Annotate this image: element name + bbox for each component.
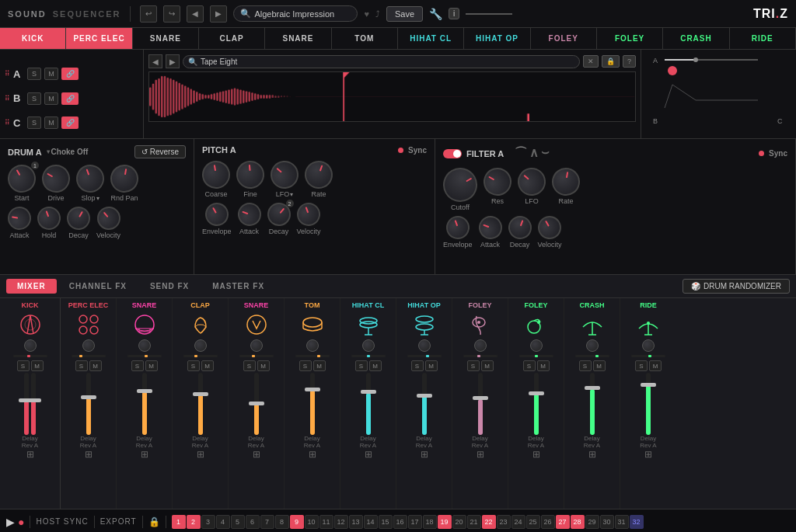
kick-fader-left[interactable] [24,373,29,435]
foley2-mute[interactable]: M [537,360,550,371]
kick-fader-right[interactable] [31,373,36,435]
step-20[interactable]: 20 [452,515,466,529]
start-knob[interactable]: 1 [8,165,36,193]
perc-pan-knob[interactable] [82,339,95,352]
cutoff-knob[interactable] [437,162,484,208]
hihat-op-piano[interactable]: ⊞ [421,449,428,460]
slop-knob[interactable] [72,161,108,196]
crash-fader[interactable] [590,373,595,435]
tom-fader[interactable] [310,373,315,435]
foley1-pan-knob[interactable] [474,339,487,352]
step-29[interactable]: 29 [585,515,599,529]
step-11[interactable]: 11 [319,515,333,529]
step-28[interactable]: 28 [571,515,585,529]
step-14[interactable]: 14 [364,515,378,529]
sample-clear[interactable]: ✕ [583,55,599,68]
clap-fader[interactable] [198,373,203,435]
step-6[interactable]: 6 [246,515,260,529]
tom-solo[interactable]: S [299,360,312,371]
step-19[interactable]: 19 [438,515,452,529]
waveform-display[interactable] [148,71,636,122]
pitch-velocity-knob[interactable] [294,200,323,229]
rnd-pan-knob[interactable] [108,162,141,195]
filter-env-knob[interactable] [443,213,473,242]
drive-knob[interactable] [37,159,75,197]
fine-knob[interactable] [235,159,265,190]
step-27[interactable]: 27 [556,515,570,529]
hihat-cl-mute[interactable]: M [369,360,382,371]
kick-pan-knob[interactable] [24,339,37,352]
hihat-op-fader[interactable] [422,373,427,435]
pitch-env-knob[interactable] [201,199,232,231]
step-13[interactable]: 13 [349,515,363,529]
step-31[interactable]: 31 [615,515,629,529]
tab-perc-elec[interactable]: PERC ELEC [66,28,132,49]
step-12[interactable]: 12 [334,515,348,529]
share-icon[interactable]: ⤴ [375,9,380,19]
tab-ride[interactable]: RIDE [730,28,796,49]
clap-solo[interactable]: S [187,360,200,371]
wf-prev[interactable]: ◀ [148,54,162,68]
step-30[interactable]: 30 [600,515,614,529]
drum-randomizer-button[interactable]: 🎲 DRUM RANDOMIZER [683,279,790,294]
sample-help[interactable]: ? [623,55,636,68]
pitch-attack-knob[interactable] [234,200,264,229]
step-26[interactable]: 26 [541,515,555,529]
filter-lp-icon[interactable]: ⌒ [515,145,527,162]
tab-hihat-cl[interactable]: HIHAT CL [398,28,464,49]
clap-pan-knob[interactable] [194,339,207,352]
wf-search-box[interactable]: 🔍 Tape Eight [183,55,580,68]
tab-snare-1[interactable]: SNARE [133,28,199,49]
track-a-link[interactable]: 🔗 [61,68,79,80]
hihat-cl-fader[interactable] [366,373,371,435]
step-18[interactable]: 18 [423,515,437,529]
heart-icon[interactable]: ♥ [364,9,369,19]
foley1-fader[interactable] [478,373,483,435]
tab-clap[interactable]: CLAP [199,28,265,49]
tab-tom[interactable]: TOM [332,28,398,49]
track-b-mute[interactable]: M [44,92,58,105]
foley2-pan-knob[interactable] [530,339,543,352]
tom-mute[interactable]: M [313,360,326,371]
next-button[interactable]: ▶ [210,5,227,23]
redo-button[interactable]: ↪ [163,5,180,23]
filter-bp-icon[interactable]: ∧ [529,145,539,162]
choke-selector[interactable]: ▾ Choke Off [47,148,89,156]
res-knob[interactable] [478,162,516,200]
step-15[interactable]: 15 [379,515,393,529]
tom-pan-knob[interactable] [306,339,319,352]
kick-solo[interactable]: S [17,360,30,371]
step-2[interactable]: 2 [187,515,201,529]
snare1-mute[interactable]: M [145,360,158,371]
coarse-knob[interactable] [200,158,232,191]
track-a-solo[interactable]: S [27,68,41,80]
track-c-mute[interactable]: M [44,116,58,129]
undo-button[interactable]: ↩ [140,5,157,23]
filter-velocity-knob[interactable] [534,212,566,244]
step-32[interactable]: 32 [630,515,644,529]
hihat-op-solo[interactable]: S [411,360,424,371]
tab-snare-2[interactable]: SNARE [265,28,331,49]
step-16[interactable]: 16 [393,515,407,529]
hihat-cl-piano[interactable]: ⊞ [365,449,372,460]
play-button[interactable]: ▶ [6,516,15,528]
export-button[interactable]: EXPORT [100,517,137,526]
snare1-piano[interactable]: ⊞ [141,449,148,460]
step-23[interactable]: 23 [497,515,511,529]
settings-icon[interactable]: 🔧 [429,8,442,20]
track-b-link[interactable]: 🔗 [61,92,79,105]
kick-piano-icon[interactable]: ⊞ [26,449,34,460]
filter-rate-knob[interactable] [550,165,582,198]
save-button[interactable]: Save [386,6,423,22]
snare2-fader[interactable] [254,373,259,435]
kick-mute[interactable]: M [31,360,44,371]
step-8[interactable]: 8 [275,515,289,529]
step-22[interactable]: 22 [482,515,496,529]
snare2-mute[interactable]: M [257,360,270,371]
snare2-pan-knob[interactable] [250,339,263,352]
hold-knob[interactable] [34,203,64,233]
step-7[interactable]: 7 [260,515,274,529]
prev-button[interactable]: ◀ [187,5,204,23]
perc-solo[interactable]: S [75,360,88,371]
host-sync-label[interactable]: HOST SYNC [36,517,88,526]
